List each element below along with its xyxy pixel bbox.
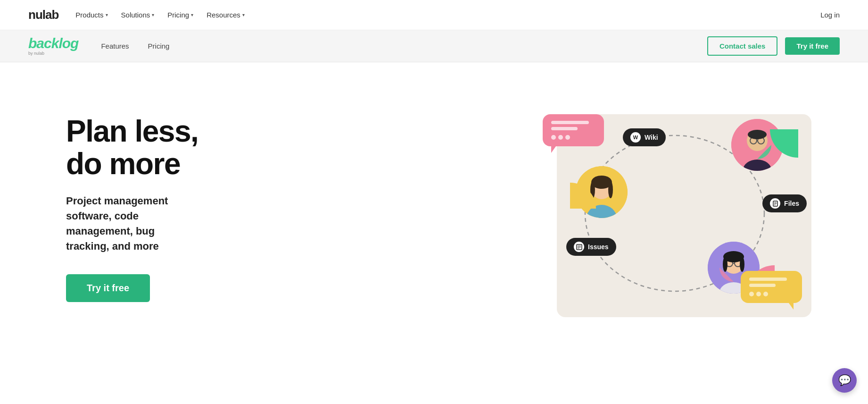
nav-item-resources[interactable]: Resources ▾	[207, 11, 245, 19]
subnav-item-pricing[interactable]: Pricing	[148, 42, 170, 50]
svg-point-21	[723, 257, 727, 272]
subnav-item-features[interactable]: Features	[101, 42, 129, 50]
try-it-free-hero-button[interactable]: Try it free	[66, 274, 150, 302]
login-button[interactable]: Log in	[820, 11, 840, 19]
top-nav-menu: Products ▾ Solutions ▾ Pricing ▾ Resourc…	[75, 11, 244, 19]
nav-item-pricing[interactable]: Pricing ▾	[167, 11, 193, 19]
hero-illustration: W Wiki Files	[529, 100, 811, 317]
chevron-down-icon: ▾	[106, 12, 108, 17]
sub-nav-right: Contact sales Try it free	[707, 36, 840, 56]
hero-heading: Plan less,do more	[66, 115, 198, 180]
sub-nav-left: backlog by nulab Features Pricing	[28, 36, 169, 56]
nav-item-products[interactable]: Products ▾	[75, 11, 107, 19]
hero-section: Plan less,do more Project managementsoft…	[0, 62, 868, 355]
issues-icon	[574, 242, 584, 252]
wiki-icon: W	[630, 132, 641, 143]
hero-content: Plan less,do more Project managementsoft…	[66, 115, 198, 303]
try-it-free-nav-button[interactable]: Try it free	[785, 37, 840, 55]
svg-point-22	[740, 257, 744, 272]
chat-bubble-right	[741, 271, 802, 303]
backlog-logo[interactable]: backlog by nulab	[28, 36, 78, 56]
top-navigation: nulab Products ▾ Solutions ▾ Pricing ▾ R…	[0, 0, 868, 30]
wiki-pill: W Wiki	[623, 128, 666, 146]
files-pill: Files	[762, 194, 807, 212]
nulab-logo[interactable]: nulab	[28, 8, 58, 22]
chevron-down-icon: ▾	[191, 12, 193, 17]
nav-left: nulab Products ▾ Solutions ▾ Pricing ▾ R…	[28, 8, 245, 22]
nav-item-solutions[interactable]: Solutions ▾	[121, 11, 155, 19]
files-icon	[770, 198, 780, 209]
hero-subheading: Project managementsoftware, codemanageme…	[66, 194, 198, 254]
chat-bubble-left	[543, 114, 604, 146]
chevron-down-icon: ▾	[242, 12, 245, 17]
issues-pill: Issues	[566, 238, 616, 256]
sub-navigation: backlog by nulab Features Pricing Contac…	[0, 30, 868, 62]
sub-nav-menu: Features Pricing	[101, 42, 169, 50]
chevron-down-icon: ▾	[152, 12, 154, 17]
svg-point-13	[748, 130, 767, 139]
contact-sales-button[interactable]: Contact sales	[707, 36, 778, 56]
svg-point-6	[608, 181, 613, 198]
